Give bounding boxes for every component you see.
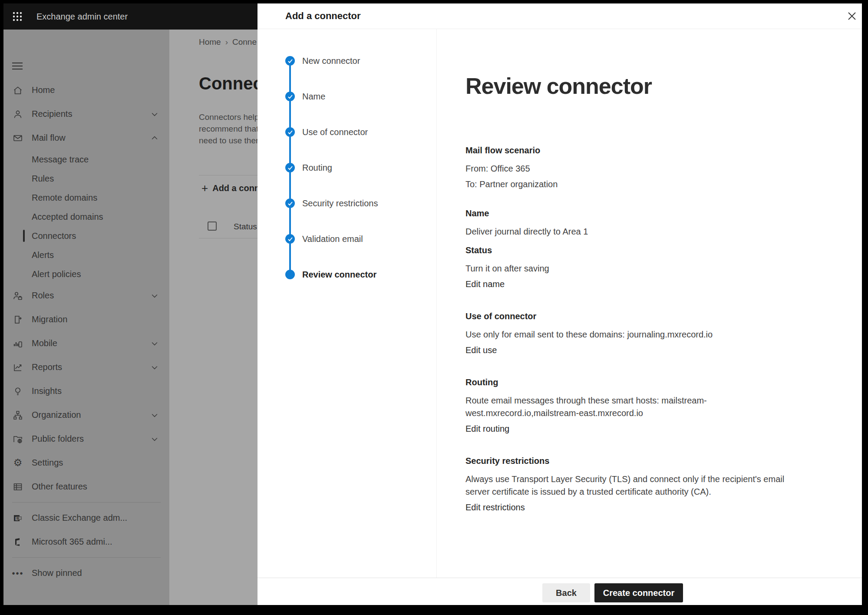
sidebar-item-accepted-domains[interactable]: Accepted domains (3, 207, 169, 226)
sidebar-item-insights[interactable]: Insights (3, 379, 169, 403)
office-icon (12, 536, 23, 548)
section-text: Turn it on after saving (465, 262, 803, 275)
chevron-down-icon[interactable] (150, 435, 159, 443)
review-connector-content: Review connector Mail flow scenarioFrom:… (465, 73, 803, 533)
exchange-icon: E (12, 512, 23, 524)
sidebar-item-label: Reports (32, 362, 62, 372)
step-label: Validation email (302, 234, 363, 244)
page-description-line: recommend that (199, 123, 257, 135)
section-heading: Name (465, 207, 803, 219)
select-all-checkbox[interactable] (208, 222, 217, 231)
step-label: Routing (302, 163, 332, 173)
breadcrumb-separator: › (225, 37, 228, 46)
page-title: Connec (199, 74, 257, 93)
step-use-of-connector[interactable]: Use of connector (257, 125, 431, 139)
section-heading: Status (465, 244, 803, 256)
step-new-connector[interactable]: New connector (257, 53, 431, 68)
sidebar-item-other-features[interactable]: Other features (3, 475, 169, 499)
sidebar-item-label: Roles (32, 291, 54, 301)
step-validation-email[interactable]: Validation email (257, 231, 431, 246)
sidebar-item-remote-domains[interactable]: Remote domains (3, 188, 169, 207)
hamburger-menu-icon[interactable] (12, 63, 23, 70)
chevron-down-icon[interactable] (150, 411, 159, 420)
chevron-up-icon[interactable] (150, 134, 159, 142)
table-header-divider (199, 238, 257, 238)
section-text: Deliver journal directly to Area 1 (465, 225, 803, 238)
back-button[interactable]: Back (542, 583, 590, 602)
review-section-security-restrictions: Security restrictionsAlways use Transpor… (465, 455, 803, 517)
app-title: Exchange admin center (36, 3, 128, 30)
step-security-restrictions[interactable]: Security restrictions (257, 196, 431, 211)
sidebar-item-label: Classic Exchange adm... (32, 513, 127, 523)
step-current-circle-icon (285, 270, 295, 279)
chevron-down-icon[interactable] (150, 110, 159, 119)
sidebar-item-alert-policies[interactable]: Alert policies (3, 265, 169, 284)
person-icon (12, 109, 23, 120)
page-description-line: need to use ther (199, 135, 257, 146)
review-section-mail-flow-scenario: Mail flow scenarioFrom: Office 365To: Pa… (465, 144, 803, 191)
screenshot-canvas: Exchange admin center HomeRecipientsMail… (0, 0, 868, 615)
step-completed-check-icon (285, 198, 295, 208)
section-text: From: Office 365 (465, 162, 803, 175)
svg-text:E: E (15, 516, 18, 521)
breadcrumb-home[interactable]: Home (199, 37, 221, 46)
chevron-down-icon[interactable] (150, 291, 159, 300)
sidebar-item-label: Alert policies (32, 269, 81, 279)
sidebar-item-mobile[interactable]: Mobile (3, 331, 169, 355)
add-connector-button[interactable]: + Add a conn (201, 182, 257, 195)
step-completed-check-icon (285, 163, 295, 172)
step-review-connector[interactable]: Review connector (257, 267, 431, 282)
app-launcher-waffle-icon[interactable] (12, 11, 23, 22)
edit-routing-link[interactable]: Edit routing (465, 423, 509, 435)
mail-icon (12, 132, 23, 144)
create-connector-button[interactable]: Create connector (594, 583, 683, 602)
sidebar-item-roles[interactable]: Roles (3, 284, 169, 308)
add-connector-label: Add a conn (212, 183, 257, 193)
sidebar-item-recipients[interactable]: Recipients (3, 102, 169, 126)
sidebar-item-reports[interactable]: Reports (3, 355, 169, 379)
sidebar-item-label: Microsoft 365 admi... (32, 537, 112, 547)
reports-icon (12, 362, 23, 373)
sidebar-item-public-folders[interactable]: Public folders (3, 427, 169, 451)
section-heading: Routing (465, 376, 803, 388)
sidebar-item-alerts[interactable]: Alerts (3, 245, 169, 265)
sidebar-item-microsoft-365-admi[interactable]: Microsoft 365 admi... (3, 530, 169, 554)
breadcrumb-connectors[interactable]: Conne (232, 37, 257, 46)
step-completed-check-icon (285, 92, 295, 101)
sidebar-item-label: Insights (32, 386, 62, 396)
sidebar-item-connectors[interactable]: Connectors (3, 226, 169, 245)
review-section-routing: RoutingRoute email messages through thes… (465, 376, 803, 438)
sidebar-item-rules[interactable]: Rules (3, 169, 169, 188)
sidebar-item-message-trace[interactable]: Message trace (3, 150, 169, 169)
sidebar-item-label: Message trace (32, 155, 89, 165)
add-connector-wizard-panel: Add a connector New connectorNameUse of … (257, 3, 862, 605)
edit-restrictions-link[interactable]: Edit restrictions (465, 501, 525, 514)
review-section-name: NameDeliver journal directly to Area 1St… (465, 207, 803, 294)
sidebar-item-label: Rules (32, 174, 54, 184)
review-sections: Mail flow scenarioFrom: Office 365To: Pa… (465, 144, 803, 517)
step-name[interactable]: Name (257, 89, 431, 104)
section-heading: Mail flow scenario (465, 144, 803, 156)
step-routing[interactable]: Routing (257, 160, 431, 175)
mobile-icon (12, 338, 23, 349)
sidebar-item-home[interactable]: Home (3, 78, 169, 102)
page-description: Connectors helprecommend thatneed to use… (199, 111, 257, 146)
migration-icon (12, 314, 23, 325)
sidebar-item-classic-exchange-adm[interactable]: EClassic Exchange adm... (3, 506, 169, 530)
edit-use-link[interactable]: Edit use (465, 344, 497, 357)
sidebar-item-label: Recipients (32, 109, 72, 119)
sidebar-item-mail-flow[interactable]: Mail flow (3, 126, 169, 150)
close-icon[interactable] (845, 9, 859, 23)
sidebar-item-migration[interactable]: Migration (3, 308, 169, 331)
sidebar-item-show-pinned[interactable]: •••Show pinned (3, 561, 169, 585)
review-section-use-of-connector: Use of connectorUse only for email sent … (465, 310, 803, 360)
step-label: Name (302, 92, 325, 102)
plus-icon: + (201, 182, 208, 195)
breadcrumb: Home›Conne (199, 37, 257, 47)
sidebar-item-settings[interactable]: ⚙Settings (3, 451, 169, 475)
chevron-down-icon[interactable] (150, 363, 159, 372)
edit-name-link[interactable]: Edit name (465, 278, 505, 291)
sidebar-item-organization[interactable]: Organization (3, 403, 169, 427)
review-title: Review connector (465, 73, 803, 99)
chevron-down-icon[interactable] (150, 339, 159, 348)
